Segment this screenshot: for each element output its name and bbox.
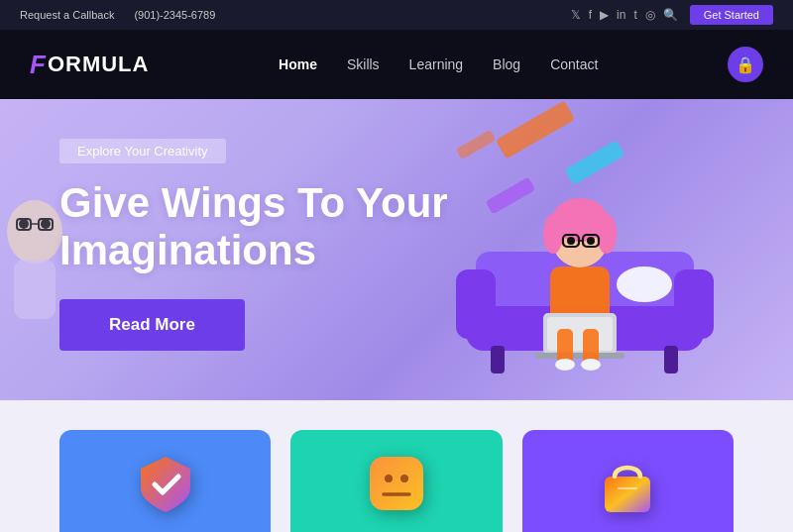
svg-rect-35: [605, 477, 650, 512]
svg-rect-28: [583, 329, 599, 364]
callback-label[interactable]: Request a Callback: [20, 9, 114, 21]
svg-point-29: [555, 359, 575, 371]
svg-point-17: [543, 214, 563, 254]
svg-rect-12: [664, 346, 678, 373]
nav-links: Home Skills Learning Blog Contact: [279, 56, 598, 72]
top-bar: Request a Callback (901)-2345-6789 𝕏 f ▶…: [0, 0, 793, 30]
read-more-button[interactable]: Read More: [59, 299, 245, 351]
svg-rect-25: [547, 317, 613, 351]
face-icon: [362, 449, 431, 530]
phone-label[interactable]: (901)-2345-6789: [134, 9, 215, 21]
svg-point-32: [385, 475, 393, 482]
hero-content: Explore Your Creativity Give Wings To Yo…: [59, 139, 448, 351]
card-smile[interactable]: [290, 430, 502, 532]
svg-rect-10: [674, 269, 714, 339]
tumblr-icon[interactable]: t: [633, 8, 636, 22]
svg-point-0: [7, 200, 62, 264]
search-icon[interactable]: 🔍: [663, 8, 678, 22]
card-bag[interactable]: [522, 430, 734, 532]
shield-icon: [131, 449, 200, 530]
facebook-icon[interactable]: f: [589, 8, 592, 22]
hero-tag: Explore Your Creativity: [59, 139, 226, 163]
nav-skills[interactable]: Skills: [347, 56, 380, 72]
svg-point-1: [19, 219, 29, 229]
logo-text: ORMULA: [48, 52, 150, 77]
cards-section: [0, 400, 793, 532]
nav-contact[interactable]: Contact: [550, 56, 598, 72]
youtube-icon[interactable]: ▶: [600, 8, 609, 22]
card-shield[interactable]: [59, 430, 271, 532]
bag-icon: [593, 449, 662, 530]
navbar: F ORMULA Home Skills Learning Blog Conta…: [0, 30, 793, 99]
hero-title-line1: Give Wings To Your: [59, 179, 448, 226]
svg-point-33: [400, 475, 408, 482]
nav-home[interactable]: Home: [279, 56, 317, 72]
svg-rect-31: [370, 457, 423, 510]
twitter-icon[interactable]: 𝕏: [571, 8, 581, 22]
social-icons: 𝕏 f ▶ in t ◎ 🔍: [571, 8, 678, 22]
svg-rect-26: [535, 353, 624, 359]
hero-section: Explore Your Creativity Give Wings To Yo…: [0, 99, 793, 400]
logo-f-letter: F: [30, 50, 47, 80]
linkedin-icon[interactable]: in: [617, 8, 625, 22]
svg-point-18: [597, 214, 617, 254]
nav-blog[interactable]: Blog: [493, 56, 520, 72]
get-started-button[interactable]: Get Started: [690, 5, 773, 25]
svg-point-23: [587, 237, 595, 245]
top-bar-left: Request a Callback (901)-2345-6789: [20, 9, 215, 21]
svg-rect-6: [14, 260, 56, 319]
hero-illustration: [436, 123, 734, 400]
top-bar-right: 𝕏 f ▶ in t ◎ 🔍 Get Started: [571, 5, 773, 25]
svg-point-13: [617, 266, 672, 302]
svg-rect-11: [491, 346, 505, 373]
logo[interactable]: F ORMULA: [30, 50, 149, 80]
svg-rect-9: [456, 269, 496, 339]
svg-point-30: [581, 359, 601, 371]
nav-learning[interactable]: Learning: [409, 56, 464, 72]
hero-title-line2: Imaginations: [59, 227, 316, 273]
hero-title: Give Wings To Your Imaginations: [59, 179, 448, 275]
cart-button[interactable]: 🔒: [728, 47, 763, 82]
svg-point-2: [41, 219, 51, 229]
instagram-icon[interactable]: ◎: [645, 8, 655, 22]
svg-rect-27: [557, 329, 573, 364]
svg-point-22: [567, 237, 575, 245]
